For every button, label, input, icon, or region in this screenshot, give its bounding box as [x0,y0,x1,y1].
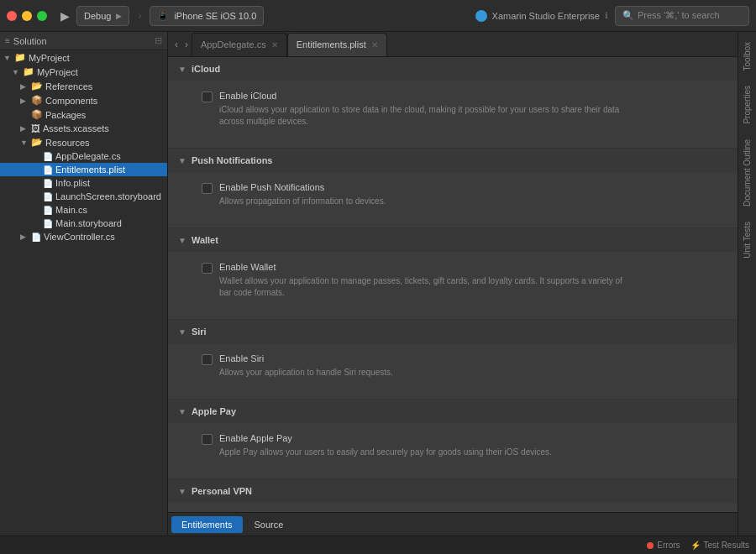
sidebar-item-assets[interactable]: ▶ 🖼 Assets.xcassets [0,122,167,135]
search-bar[interactable]: 🔍 Press '⌘,' to search [615,6,749,26]
icloud-title: iCloud [192,64,220,74]
icloud-body: Enable iCloud iCloud allows your applica… [168,81,738,148]
vpn-body [168,503,738,512]
wallet-title: Wallet [192,235,218,245]
sidebar-content: ▼ 📁 MyProject ▼ 📁 MyProject ▶ 📂 Referenc… [0,50,167,536]
siri-checkbox[interactable] [202,354,213,365]
section-applepay: ▼ Apple Pay Enable Apple Pay Apple Pay a… [168,400,738,479]
push-entry-title: Enable Push Notifications [219,182,386,192]
push-entry-desc: Allows propagation of information to dev… [219,196,386,207]
arrow-solution: ▼ [3,54,12,62]
minimize-button[interactable] [22,11,32,21]
sidebar-item-infoplist[interactable]: ▶ 📄 Info.plist [0,176,167,190]
applepay-checkbox[interactable] [202,434,213,445]
applepay-body: Enable Apple Pay Apple Pay allows your u… [168,423,738,478]
right-tab-document-outline[interactable]: Document Outline [740,133,754,213]
arrow-viewcontroller: ▶ [20,233,29,241]
section-push: ▼ Push Notifications Enable Push Notific… [168,149,738,228]
sidebar-item-viewcontroller[interactable]: ▶ 📄 ViewController.cs [0,230,167,243]
label-components: Components [45,96,97,106]
status-bar: Errors ⚡ Test Results [0,536,756,554]
section-vpn-header[interactable]: ▼ Personal VPN [168,479,738,503]
entitlements-content[interactable]: ▼ iCloud Enable iCloud iCloud allows you… [168,57,738,512]
lightning-icon: ⚡ [690,541,701,550]
test-results-label: Test Results [704,541,749,550]
label-assets: Assets.xcassets [43,123,109,133]
test-results-status[interactable]: ⚡ Test Results [690,541,749,550]
sidebar-item-components[interactable]: ▶ 📦 Components [0,93,167,107]
sidebar-item-resources[interactable]: ▼ 📂 Resources [0,135,167,149]
label-maincs: Main.cs [55,205,87,215]
icloud-row: Enable iCloud iCloud allows your applica… [202,91,724,128]
tab-entitlements-close[interactable]: ✕ [371,40,378,50]
label-infoplist: Info.plist [55,178,90,188]
device-selector[interactable]: 📱 iPhone SE iOS 10.0 [150,6,264,26]
arrow-resources: ▼ [20,138,29,147]
device-label: iPhone SE iOS 10.0 [174,11,256,21]
sidebar-item-appdelegate[interactable]: ▶ 📄 AppDelegate.cs [0,149,167,163]
tab-bar: ‹ › AppDelegate.cs ✕ Entitlements.plist … [168,32,738,57]
section-icloud-header[interactable]: ▼ iCloud [168,57,738,81]
debug-selector[interactable]: Debug ▶ [76,6,129,26]
applepay-arrow: ▼ [178,407,186,416]
bottom-tab-entitlements-label: Entitlements [181,520,233,530]
maximize-button[interactable] [37,11,47,21]
nav-forward-button[interactable]: › [181,37,192,52]
tab-entitlements[interactable]: Entitlements.plist ✕ [287,33,387,56]
right-tab-unit-tests[interactable]: Unit Tests [740,215,754,265]
close-button[interactable] [7,11,17,21]
right-tab-toolbox[interactable]: Toolbox [740,35,754,77]
right-panel: Toolbox Properties Document Outline Unit… [738,32,756,536]
sidebar-item-launchscreen[interactable]: ▶ 📄 LaunchScreen.storyboard [0,190,167,203]
device-icon: 📱 [157,10,169,21]
traffic-lights[interactable] [7,11,47,21]
sidebar-item-myproject[interactable]: ▼ 📁 MyProject [0,65,167,79]
push-checkbox[interactable] [202,183,213,194]
siri-body: Enable Siri Allows your application to h… [168,343,738,399]
push-title: Push Notifications [192,155,273,165]
label-references: References [45,81,92,91]
sidebar-item-maincs[interactable]: ▶ 📄 Main.cs [0,203,167,217]
arrow-assets: ▶ [20,124,29,133]
nav-back-button[interactable]: ‹ [171,37,181,52]
label-myproject: MyProject [37,67,78,77]
bottom-tab-source[interactable]: Source [244,516,294,533]
icloud-entry-title: Enable iCloud [219,91,622,101]
vpn-title: Personal VPN [192,486,252,496]
icloud-checkbox[interactable] [202,91,213,102]
errors-status[interactable]: Errors [647,541,680,550]
main-layout: ≡ Solution ⊟ ▼ 📁 MyProject ▼ 📁 MyProject… [0,32,756,536]
section-vpn: ▼ Personal VPN [168,479,738,512]
arrow-components: ▶ [20,97,29,105]
sidebar-item-packages[interactable]: ▶ 📦 Packages [0,107,167,122]
arrow-myproject: ▼ [12,68,20,76]
sidebar-toggle[interactable]: ⊟ [155,35,162,46]
tab-appdelegate-close[interactable]: ✕ [271,40,278,50]
section-icloud: ▼ iCloud Enable iCloud iCloud allows you… [168,57,738,149]
sidebar-header: ≡ Solution ⊟ [0,32,167,50]
siri-row: Enable Siri Allows your application to h… [202,353,724,379]
section-wallet-header[interactable]: ▼ Wallet [168,228,738,252]
applepay-title: Apple Pay [192,406,236,416]
error-dot [647,542,654,549]
wallet-row: Enable Wallet Wallet allows your applica… [202,262,724,299]
tab-appdelegate[interactable]: AppDelegate.cs ✕ [192,33,287,56]
sidebar-item-solution[interactable]: ▼ 📁 MyProject [0,50,167,65]
section-applepay-header[interactable]: ▼ Apple Pay [168,400,738,423]
xamarin-logo [475,10,487,22]
section-siri-header[interactable]: ▼ Siri [168,320,738,343]
sidebar-item-references[interactable]: ▶ 📂 References [0,79,167,93]
sidebar-item-mainstoryboard[interactable]: ▶ 📄 Main.storyboard [0,217,167,230]
play-button[interactable]: ▶ [60,9,70,23]
sidebar: ≡ Solution ⊟ ▼ 📁 MyProject ▼ 📁 MyProject… [0,32,168,536]
icloud-arrow: ▼ [178,65,186,74]
sidebar-item-entitlements[interactable]: ▶ 📄 Entitlements.plist [0,163,167,176]
wallet-checkbox[interactable] [202,263,213,274]
section-siri: ▼ Siri Enable Siri Allows your applicati… [168,320,738,400]
right-tab-properties[interactable]: Properties [740,79,754,131]
bottom-tab-entitlements[interactable]: Entitlements [171,516,243,533]
siri-arrow: ▼ [178,327,186,337]
label-mainstoryboard: Main.storyboard [55,218,122,228]
label-entitlements: Entitlements.plist [55,165,125,175]
section-push-header[interactable]: ▼ Push Notifications [168,149,738,172]
